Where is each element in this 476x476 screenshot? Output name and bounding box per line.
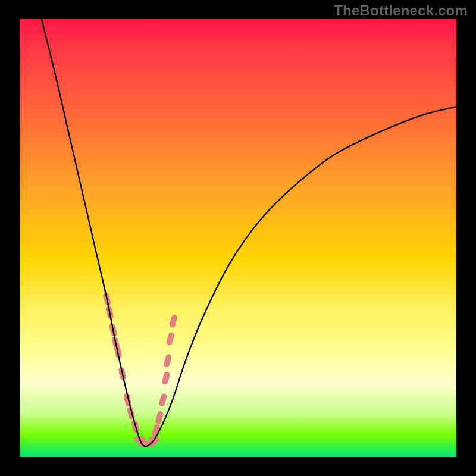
highlight-dot: [163, 353, 173, 368]
highlight-dot: [158, 393, 168, 407]
highlight-dot: [165, 331, 175, 346]
bottleneck-curve: [42, 19, 456, 446]
highlight-dot: [161, 371, 171, 386]
chart-container: TheBottleneck.com: [0, 0, 476, 476]
highlight-dot: [169, 314, 178, 328]
dot-cluster-group: [102, 292, 178, 447]
watermark-text: TheBottleneck.com: [334, 2, 468, 19]
chart-overlay-svg: [20, 19, 456, 457]
